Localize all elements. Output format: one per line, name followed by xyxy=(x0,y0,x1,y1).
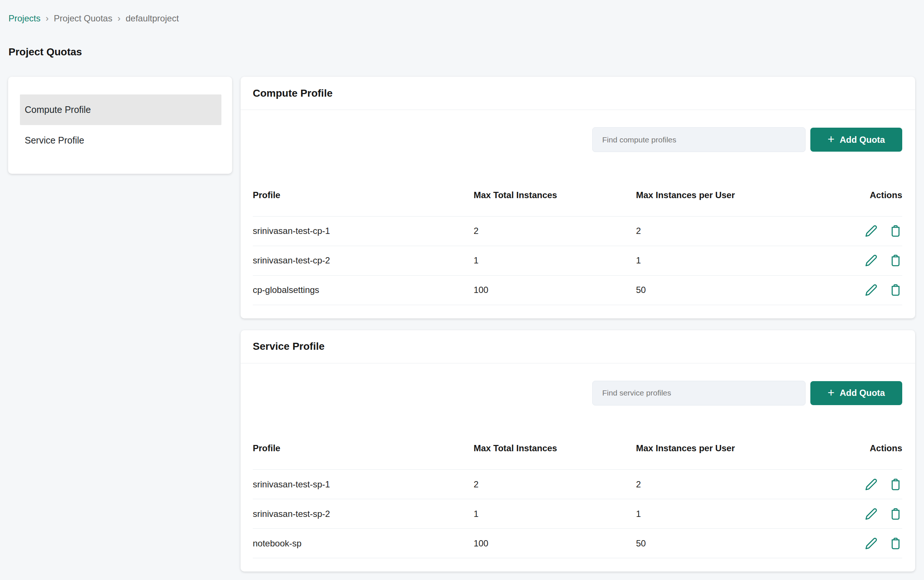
column-header-max-total: Max Total Instances xyxy=(473,174,636,216)
cell-max-total: 2 xyxy=(473,216,636,246)
sidebar-item-label: Service Profile xyxy=(25,135,84,146)
cell-max-total: 1 xyxy=(473,499,636,529)
page-title: Project Quotas xyxy=(8,46,82,58)
table-row: srinivasan-test-cp-1 2 2 xyxy=(253,216,902,246)
cell-max-per-user: 1 xyxy=(636,499,837,529)
breadcrumb-item-project-quotas: Project Quotas xyxy=(54,13,112,24)
cell-max-per-user: 2 xyxy=(636,216,837,246)
column-header-profile: Profile xyxy=(253,428,473,470)
cell-actions xyxy=(837,216,902,246)
profile-type-sidebar: Compute Profile Service Profile xyxy=(8,77,232,174)
cell-max-per-user: 1 xyxy=(636,246,837,275)
column-header-max-per-user: Max Instances per User xyxy=(636,428,837,470)
compute-toolbar: + Add Quota xyxy=(253,127,902,152)
edit-button[interactable] xyxy=(865,537,878,550)
cell-max-total: 1 xyxy=(473,246,636,275)
pencil-icon xyxy=(865,537,878,550)
breadcrumb-separator: › xyxy=(46,13,49,24)
plus-icon: + xyxy=(828,133,835,145)
column-header-actions: Actions xyxy=(837,428,902,470)
column-header-actions: Actions xyxy=(837,174,902,216)
delete-button[interactable] xyxy=(889,254,902,267)
cell-profile: srinivasan-test-sp-2 xyxy=(253,499,473,529)
cell-actions xyxy=(837,499,902,529)
compute-profile-card-header: Compute Profile xyxy=(240,77,915,110)
section-title: Compute Profile xyxy=(253,87,333,99)
edit-button[interactable] xyxy=(865,254,878,267)
cell-profile: cp-globalsettings xyxy=(253,275,473,305)
pencil-icon xyxy=(865,478,878,491)
plus-icon: + xyxy=(828,387,835,399)
pencil-icon xyxy=(865,225,878,237)
delete-button[interactable] xyxy=(889,224,902,237)
cell-max-per-user: 50 xyxy=(636,529,837,558)
section-title: Service Profile xyxy=(253,341,325,353)
delete-button[interactable] xyxy=(889,283,902,297)
table-header-row: Profile Max Total Instances Max Instance… xyxy=(253,174,902,216)
service-profile-card-header: Service Profile xyxy=(240,330,915,363)
add-quota-button[interactable]: + Add Quota xyxy=(810,128,902,152)
trash-icon xyxy=(889,254,902,267)
cell-profile: notebook-sp xyxy=(253,529,473,558)
trash-icon xyxy=(889,478,902,491)
table-row: srinivasan-test-sp-1 2 2 xyxy=(253,470,902,499)
sidebar-item-label: Compute Profile xyxy=(25,104,91,115)
pencil-icon xyxy=(865,284,878,296)
breadcrumb: Projects › Project Quotas › defaultproje… xyxy=(8,13,179,24)
search-input[interactable] xyxy=(592,127,805,152)
cell-max-per-user: 2 xyxy=(636,470,837,499)
table-row: cp-globalsettings 100 50 xyxy=(253,275,902,305)
sidebar-item-service-profile[interactable]: Service Profile xyxy=(20,125,221,156)
sidebar-item-compute-profile[interactable]: Compute Profile xyxy=(20,94,221,125)
edit-button[interactable] xyxy=(865,478,878,491)
pencil-icon xyxy=(865,508,878,520)
cell-profile: srinivasan-test-sp-1 xyxy=(253,470,473,499)
service-quota-table: Profile Max Total Instances Max Instance… xyxy=(253,428,902,559)
service-toolbar: + Add Quota xyxy=(253,381,902,405)
cell-max-total: 100 xyxy=(473,275,636,305)
table-row: srinivasan-test-cp-2 1 1 xyxy=(253,246,902,275)
compute-quota-table: Profile Max Total Instances Max Instance… xyxy=(253,174,902,305)
service-profile-card-body: + Add Quota Profile Max Total Instances … xyxy=(240,381,915,572)
add-quota-button[interactable]: + Add Quota xyxy=(810,381,902,405)
trash-icon xyxy=(889,284,902,296)
pencil-icon xyxy=(865,254,878,267)
table-row: srinivasan-test-sp-2 1 1 xyxy=(253,499,902,529)
cell-profile: srinivasan-test-cp-2 xyxy=(253,246,473,275)
service-profile-card: Service Profile + Add Quota Profile Max … xyxy=(240,330,915,572)
search-input[interactable] xyxy=(592,381,805,405)
table-row: notebook-sp 100 50 xyxy=(253,529,902,558)
cell-actions xyxy=(837,529,902,558)
add-quota-button-label: Add Quota xyxy=(840,135,885,145)
breadcrumb-separator: › xyxy=(117,13,120,24)
compute-profile-card-body: + Add Quota Profile Max Total Instances … xyxy=(240,127,915,318)
cell-max-per-user: 50 xyxy=(636,275,837,305)
trash-icon xyxy=(889,537,902,550)
edit-button[interactable] xyxy=(865,283,878,297)
main-content: Compute Profile + Add Quota Profile Max … xyxy=(240,77,915,572)
edit-button[interactable] xyxy=(865,224,878,237)
table-header-row: Profile Max Total Instances Max Instance… xyxy=(253,428,902,470)
cell-max-total: 100 xyxy=(473,529,636,558)
delete-button[interactable] xyxy=(889,478,902,491)
cell-max-total: 2 xyxy=(473,470,636,499)
breadcrumb-link-projects[interactable]: Projects xyxy=(8,13,41,24)
trash-icon xyxy=(889,508,902,520)
cell-actions xyxy=(837,470,902,499)
delete-button[interactable] xyxy=(889,508,902,521)
column-header-profile: Profile xyxy=(253,174,473,216)
cell-actions xyxy=(837,246,902,275)
delete-button[interactable] xyxy=(889,537,902,550)
compute-profile-card: Compute Profile + Add Quota Profile Max … xyxy=(240,77,915,318)
edit-button[interactable] xyxy=(865,508,878,521)
add-quota-button-label: Add Quota xyxy=(840,388,885,398)
column-header-max-total: Max Total Instances xyxy=(473,428,636,470)
breadcrumb-item-defaultproject: defaultproject xyxy=(125,13,179,24)
trash-icon xyxy=(889,225,902,237)
cell-profile: srinivasan-test-cp-1 xyxy=(253,216,473,246)
column-header-max-per-user: Max Instances per User xyxy=(636,174,837,216)
cell-actions xyxy=(837,275,902,305)
